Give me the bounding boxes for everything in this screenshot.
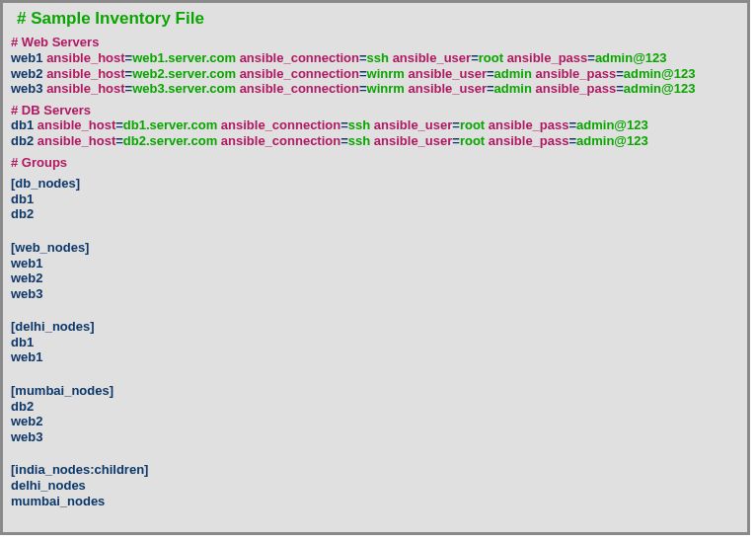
comment-groups: # Groups — [11, 155, 739, 171]
key-user: ansible_user — [374, 133, 453, 148]
group-member: db2 — [11, 206, 739, 222]
host-row: db1 ansible_host=db1.server.com ansible_… — [11, 117, 739, 133]
key-user: ansible_user — [374, 117, 453, 132]
group-header: [delhi_nodes] — [11, 319, 739, 335]
val-host: web2.server.com — [132, 66, 236, 81]
val-pass: admin@123 — [576, 133, 648, 148]
key-conn: ansible_connection — [240, 50, 359, 65]
group-member: db1 — [11, 335, 739, 350]
val-conn: ssh — [367, 50, 389, 65]
group-member: delhi_nodes — [11, 478, 739, 494]
key-user: ansible_user — [409, 81, 488, 96]
host-name: web2 — [11, 66, 43, 81]
group-member: web2 — [11, 270, 739, 286]
val-conn: ssh — [348, 117, 370, 132]
group-member: web1 — [11, 256, 739, 271]
group-member: db1 — [11, 192, 739, 207]
key-pass: ansible_pass — [489, 133, 569, 148]
key-conn: ansible_connection — [240, 66, 359, 81]
groups-block: [db_nodes]db1db2[web_nodes]web1web2web3[… — [11, 176, 739, 508]
host-name: web1 — [11, 50, 43, 65]
val-pass: admin@123 — [624, 66, 696, 81]
group-member: web3 — [11, 429, 739, 445]
val-host: db2.server.com — [123, 133, 217, 148]
host-row: web2 ansible_host=web2.server.com ansibl… — [11, 66, 739, 82]
group-member: web1 — [11, 349, 739, 365]
val-user: root — [479, 50, 503, 65]
key-pass: ansible_pass — [507, 50, 588, 65]
host-name: db2 — [11, 133, 34, 148]
group-header: [india_nodes:children] — [11, 462, 739, 478]
key-user: ansible_user — [393, 50, 472, 65]
group-member: web2 — [11, 414, 739, 429]
host-row: db2 ansible_host=db2.server.com ansible_… — [11, 133, 739, 149]
inventory-file-frame: # Sample Inventory File # Web Servers we… — [0, 0, 750, 535]
val-conn: winrm — [367, 81, 405, 96]
val-user: root — [460, 133, 485, 148]
val-conn: winrm — [367, 66, 405, 81]
group-header: [db_nodes] — [11, 176, 739, 192]
val-user: root — [460, 117, 485, 132]
key-conn: ansible_connection — [240, 81, 359, 96]
group-member: mumbai_nodes — [11, 494, 739, 509]
val-host: web1.server.com — [132, 50, 236, 65]
host-name: db1 — [11, 117, 34, 132]
key-host: ansible_host — [46, 81, 124, 96]
val-pass: admin@123 — [576, 117, 648, 132]
group-member: db2 — [11, 399, 739, 415]
key-host: ansible_host — [38, 117, 115, 132]
group-member: web3 — [11, 286, 739, 302]
val-host: db1.server.com — [123, 117, 217, 132]
key-conn: ansible_connection — [221, 133, 340, 148]
key-conn: ansible_connection — [221, 117, 340, 132]
db-hosts-block: db1 ansible_host=db1.server.com ansible_… — [11, 117, 739, 148]
host-row: web1 ansible_host=web1.server.com ansibl… — [11, 50, 739, 66]
val-user: admin — [494, 66, 532, 81]
web-hosts-block: web1 ansible_host=web1.server.com ansibl… — [11, 50, 739, 97]
key-user: ansible_user — [409, 66, 488, 81]
comment-db-servers: # DB Servers — [11, 103, 739, 118]
val-host: web3.server.com — [132, 81, 236, 96]
key-pass: ansible_pass — [536, 66, 617, 81]
host-name: web3 — [11, 81, 43, 96]
key-host: ansible_host — [38, 133, 115, 148]
val-user: admin — [494, 81, 532, 96]
file-title: # Sample Inventory File — [17, 9, 739, 29]
group-header: [mumbai_nodes] — [11, 383, 739, 399]
key-pass: ansible_pass — [489, 117, 569, 132]
key-host: ansible_host — [46, 66, 124, 81]
host-row: web3 ansible_host=web3.server.com ansibl… — [11, 81, 739, 97]
key-pass: ansible_pass — [536, 81, 617, 96]
comment-web-servers: # Web Servers — [11, 35, 739, 50]
val-pass: admin@123 — [595, 50, 667, 65]
key-host: ansible_host — [46, 50, 124, 65]
group-header: [web_nodes] — [11, 240, 739, 256]
val-conn: ssh — [348, 133, 370, 148]
val-pass: admin@123 — [624, 81, 696, 96]
